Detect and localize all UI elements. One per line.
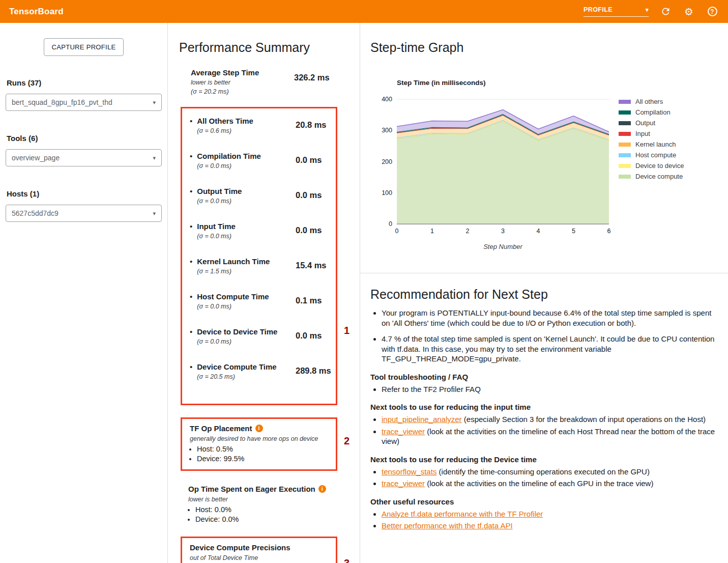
metric-row: All Others Time (σ = 0.6 ms) 20.8 ms	[190, 117, 336, 135]
metric-sigma: (σ = 0.6 ms)	[197, 127, 253, 135]
legend-label: Device compute	[635, 173, 683, 180]
runs-select-value: bert_squad_8gpu_fp16_pvt_thd	[12, 98, 112, 106]
svg-text:4: 4	[537, 228, 540, 235]
topbar: TensorBoard PROFILE ▾ ⚙ ?	[0, 0, 728, 23]
svg-text:1: 1	[430, 228, 434, 235]
metric-value: 289.8 ms	[296, 362, 331, 381]
item-text: (identify the time-consuming operations …	[436, 467, 650, 476]
metric-value: 20.8 ms	[296, 117, 327, 135]
legend-item: Input	[619, 130, 684, 137]
legend-label: Kernel launch	[635, 141, 676, 148]
refresh-icon[interactable]	[659, 5, 672, 18]
item-text: (look at the activities on the timeline …	[425, 479, 653, 488]
chart-legend: All others Compilation Output Input	[619, 98, 684, 255]
legend-label: Compilation	[635, 109, 671, 116]
stacked-area-chart: Step Time (in milliseconds)0100200300400…	[371, 74, 616, 255]
topbar-actions: PROFILE ▾ ⚙ ?	[584, 5, 719, 18]
hosts-select[interactable]: 5627c5dd7dc9 ▾	[6, 205, 162, 222]
section-subtitle: generally desired to have more ops on de…	[190, 435, 331, 443]
section-list: Host: 0.0% Device: 0.0%	[188, 505, 345, 524]
tools-select[interactable]: overview_page ▾	[6, 149, 162, 166]
eager-execution-section: Op Time Spent on Eager Execution i lower…	[188, 484, 345, 524]
annotation-label-2: 2	[344, 435, 350, 447]
step-time-graph-pane: Step-time Graph Step Time (in millisecon…	[360, 23, 728, 273]
tools-field: Tools (6) overview_page ▾	[6, 134, 162, 166]
resource-link[interactable]: Better performance with the tf.data API	[382, 521, 513, 530]
runs-select[interactable]: bert_squad_8gpu_fp16_pvt_thd ▾	[6, 94, 162, 111]
info-icon[interactable]: i	[318, 485, 326, 493]
performance-summary-title: Performance Summary	[179, 40, 360, 55]
legend-swatch	[619, 175, 631, 179]
svg-text:Step Time (in milliseconds): Step Time (in milliseconds)	[397, 79, 486, 87]
section-list: Analyze tf.data performance with the TF …	[370, 509, 716, 531]
svg-text:3: 3	[501, 228, 505, 235]
metric-sigma: (σ = 1.5 ms)	[197, 267, 270, 275]
metric-title: Input Time	[197, 222, 236, 231]
svg-text:2: 2	[466, 228, 470, 235]
legend-swatch	[619, 164, 631, 168]
section-title: Device Compute Precisions	[190, 543, 290, 552]
tool-link[interactable]: tensorflow_stats	[382, 467, 436, 476]
legend-label: All others	[635, 98, 663, 105]
chevron-down-icon: ▾	[153, 99, 156, 106]
metric-value: 0.0 ms	[296, 152, 322, 170]
svg-text:0: 0	[389, 220, 392, 228]
step-time-graph-title: Step-time Graph	[370, 40, 728, 55]
svg-text:Step Number: Step Number	[483, 243, 522, 250]
list-item: input_pipeline_analyzer (especially Sect…	[382, 414, 716, 425]
metric-title: All Others Time	[197, 117, 253, 126]
metric-sigma: (σ = 0.0 ms)	[197, 197, 242, 205]
legend-item: Device compute	[619, 173, 684, 180]
recommendation-bullet: Your program is POTENTIALLY input-bound …	[382, 308, 716, 328]
legend-swatch	[619, 132, 631, 136]
annotation-box-2: TF Op Placement i generally desired to h…	[181, 417, 337, 471]
legend-swatch	[619, 143, 631, 147]
right-column: Step-time Graph Step Time (in millisecon…	[360, 23, 728, 563]
help-glyph: ?	[708, 7, 717, 16]
annotation-label-1: 1	[344, 325, 350, 336]
tool-link[interactable]: trace_viewer	[382, 479, 425, 488]
annotation-box-1: All Others Time (σ = 0.6 ms) 20.8 ms Com…	[181, 107, 337, 405]
legend-item: Device to device	[619, 162, 684, 169]
metric-value: 0.0 ms	[296, 187, 322, 205]
list-item: trace_viewer (look at the activities on …	[382, 427, 716, 446]
tool-link[interactable]: input_pipeline_analyzer	[382, 415, 462, 424]
performance-summary-pane: Performance Summary Average Step Time lo…	[168, 23, 360, 563]
chevron-down-icon: ▾	[153, 210, 156, 217]
list-item: Device: 99.5%	[197, 454, 331, 464]
metric-value: 0.0 ms	[296, 327, 322, 346]
resource-link[interactable]: Analyze tf.data performance with the TF …	[382, 510, 543, 518]
section-list: input_pipeline_analyzer (especially Sect…	[370, 414, 716, 446]
tool-link[interactable]: trace_viewer	[382, 427, 425, 436]
legend-label: Host compute	[635, 152, 676, 158]
runs-label: Runs (37)	[7, 78, 162, 87]
legend-label: Device to device	[635, 162, 684, 169]
metric-sigma: (σ = 0.0 ms)	[197, 302, 269, 311]
annotation-label-3: 3	[344, 557, 350, 563]
chevron-down-icon: ▾	[646, 7, 649, 13]
metric-row: Kernel Launch Time (σ = 1.5 ms) 15.4 ms	[190, 257, 336, 275]
legend-label: Output	[635, 120, 655, 126]
legend-swatch	[619, 121, 631, 125]
metric-value: 326.2 ms	[294, 68, 330, 96]
item-text: Refer to the TF2 Profiler FAQ	[382, 385, 481, 393]
item-text: (look at the activities on the timeline …	[382, 427, 715, 446]
legend-swatch	[619, 110, 631, 115]
legend-swatch	[619, 153, 631, 157]
help-icon[interactable]: ?	[706, 5, 719, 18]
list-item: Device: 0.0%	[195, 515, 345, 524]
metric-title: Average Step Time	[191, 68, 294, 77]
info-icon[interactable]: i	[255, 425, 263, 432]
capture-profile-button[interactable]: CAPTURE PROFILE	[44, 38, 124, 56]
legend-swatch	[619, 100, 631, 104]
app-title: TensorBoard	[9, 7, 64, 17]
settings-gear-icon[interactable]: ⚙	[682, 5, 695, 18]
annotation-box-3: Device Compute Precisions out of Total D…	[181, 537, 337, 563]
section-heading: Next tools to use for reducing the Devic…	[370, 455, 716, 464]
legend-label: Input	[635, 130, 650, 137]
metric-title: Device to Device Time	[197, 327, 277, 336]
section-subtitle: lower is better	[188, 495, 345, 504]
dashboard-selector[interactable]: PROFILE ▾	[584, 6, 649, 17]
recommendation-bullets: Your program is POTENTIALLY input-bound …	[370, 308, 716, 364]
sidebar: CAPTURE PROFILE Runs (37) bert_squad_8gp…	[0, 23, 168, 563]
